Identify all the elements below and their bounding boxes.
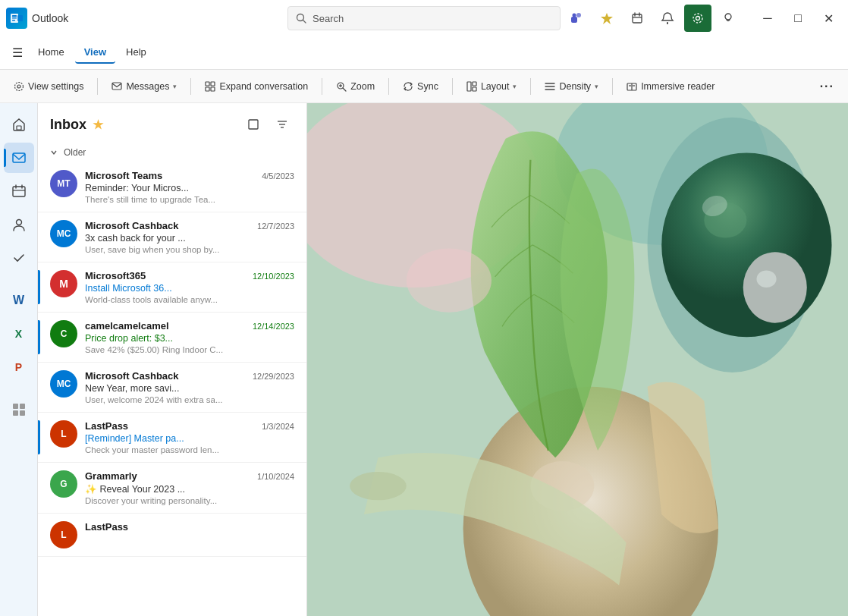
maximize-button[interactable]: □ xyxy=(784,5,812,32)
svg-point-62 xyxy=(530,461,594,511)
alerts-button[interactable] xyxy=(654,5,681,32)
email-list: Older MT Microsoft Teams 4/5/2023 Remind… xyxy=(38,143,306,616)
avatar: L xyxy=(50,420,77,448)
email-sender: Microsoft Cashback xyxy=(85,370,179,382)
teams-button[interactable] xyxy=(563,5,590,32)
email-content: Microsoft Cashback 12/29/2023 New Year, … xyxy=(85,370,294,404)
zoom-button[interactable]: Zoom xyxy=(328,77,382,96)
email-item[interactable]: G Grammarly 1/10/2024 ✨ Reveal Your 2023… xyxy=(38,463,306,514)
tab-help[interactable]: Help xyxy=(117,42,155,64)
filter-button[interactable] xyxy=(270,112,294,137)
expand-conversation-button[interactable]: Expand conversation xyxy=(197,77,316,96)
inbox-actions xyxy=(241,112,294,137)
ribbon: ☰ Home View Help xyxy=(0,36,848,70)
view-settings-icon xyxy=(14,81,24,92)
avatar: MC xyxy=(50,220,77,247)
avatar: M xyxy=(50,270,77,297)
immersive-reader-icon xyxy=(627,81,637,92)
premium-button[interactable] xyxy=(593,5,620,32)
separator-4 xyxy=(388,78,389,95)
close-button[interactable]: ✕ xyxy=(815,5,842,32)
toolbar: View settings Messages ▾ Expand conversa… xyxy=(0,70,848,103)
email-subject: 3x cash back for your ... xyxy=(85,233,294,244)
search-bar[interactable]: Search xyxy=(287,6,561,30)
email-date: 1/10/2024 xyxy=(257,472,294,481)
email-item[interactable]: MC Microsoft Cashback 12/29/2023 New Yea… xyxy=(38,363,306,413)
email-sender: Microsoft365 xyxy=(85,270,146,281)
messages-icon xyxy=(111,81,122,92)
search-label: Search xyxy=(313,13,344,24)
nav-calendar[interactable] xyxy=(4,176,34,206)
email-content: camelcamelcamel 12/14/2023 Price drop al… xyxy=(85,320,294,354)
nav-mail[interactable] xyxy=(4,143,34,173)
avatar: MC xyxy=(50,370,77,398)
svg-point-57 xyxy=(555,103,768,245)
svg-rect-47 xyxy=(13,404,18,409)
svg-rect-1 xyxy=(12,15,17,17)
nav-excel[interactable]: X xyxy=(4,319,34,349)
tab-view[interactable]: View xyxy=(75,42,115,64)
avatar: G xyxy=(50,470,77,498)
section-label: Older xyxy=(64,147,86,158)
separator-5 xyxy=(452,78,453,95)
layout-button[interactable]: Layout ▾ xyxy=(459,77,525,96)
inbox-label: Inbox xyxy=(50,117,86,133)
nav-home[interactable] xyxy=(4,109,34,140)
collapse-icon xyxy=(50,149,58,156)
more-options-button[interactable]: ··· xyxy=(812,76,842,97)
email-sender: LastPass xyxy=(85,420,128,432)
email-content: Grammarly 1/10/2024 ✨ Reveal Your 2023 .… xyxy=(85,470,294,505)
svg-rect-23 xyxy=(211,82,215,86)
svg-rect-42 xyxy=(13,187,25,196)
select-all-button[interactable] xyxy=(241,112,265,137)
layout-icon xyxy=(466,81,477,92)
density-button[interactable]: Density ▾ xyxy=(537,77,606,96)
email-item[interactable]: M Microsoft365 12/10/2023 Install Micros… xyxy=(38,262,306,313)
svg-rect-22 xyxy=(206,82,209,86)
section-header-older[interactable]: Older xyxy=(38,143,306,162)
zoom-icon xyxy=(336,81,347,92)
messages-button[interactable]: Messages ▾ xyxy=(104,77,184,96)
separator-1 xyxy=(97,78,98,95)
svg-rect-21 xyxy=(112,83,121,90)
email-item[interactable]: L LastPass xyxy=(38,514,306,557)
settings-button[interactable] xyxy=(684,5,711,32)
nav-apps[interactable] xyxy=(4,394,34,425)
email-item[interactable]: MT Microsoft Teams 4/5/2023 Reminder: Yo… xyxy=(38,162,306,212)
myday-button[interactable] xyxy=(623,5,651,32)
avatar: L xyxy=(50,521,77,548)
view-settings-button[interactable]: View settings xyxy=(6,77,91,96)
hamburger-button[interactable]: ☰ xyxy=(6,42,29,64)
outlook-icon xyxy=(6,8,27,29)
svg-line-27 xyxy=(343,88,346,91)
nav-powerpoint[interactable]: P xyxy=(4,352,34,382)
search-icon xyxy=(296,13,306,24)
expand-icon xyxy=(205,81,215,92)
email-item[interactable]: L LastPass 1/3/2024 [Reminder] Master pa… xyxy=(38,413,306,463)
email-date: 1/3/2024 xyxy=(262,422,294,431)
email-subject: [Reminder] Master pa... xyxy=(85,433,294,444)
email-item[interactable]: C camelcamelcamel 12/14/2023 Price drop … xyxy=(38,313,306,363)
svg-point-65 xyxy=(350,472,407,500)
nav-todo[interactable] xyxy=(4,243,34,273)
email-item[interactable]: MC Microsoft Cashback 12/7/2023 3x cash … xyxy=(38,212,306,262)
email-subject: Reminder: Your Micros... xyxy=(85,183,294,193)
tab-home[interactable]: Home xyxy=(29,42,74,64)
email-date: 12/7/2023 xyxy=(257,222,294,231)
sync-button[interactable]: Sync xyxy=(395,77,446,96)
email-subject: Price drop alert: $3... xyxy=(85,333,294,344)
content-area xyxy=(307,103,848,616)
svg-rect-55 xyxy=(307,103,848,616)
immersive-reader-button[interactable]: Immersive reader xyxy=(619,77,722,96)
svg-rect-40 xyxy=(17,126,21,130)
email-subject: Install Microsoft 36... xyxy=(85,283,294,294)
tips-button[interactable] xyxy=(715,5,742,32)
minimize-button[interactable]: ─ xyxy=(754,5,781,32)
svg-point-58 xyxy=(648,118,818,372)
svg-point-56 xyxy=(307,103,541,288)
nav-people[interactable] xyxy=(4,209,34,240)
email-preview: Discover your writing personality... xyxy=(85,496,294,505)
nav-word[interactable]: W xyxy=(4,285,34,316)
svg-point-66 xyxy=(407,249,492,313)
svg-rect-25 xyxy=(211,87,215,91)
